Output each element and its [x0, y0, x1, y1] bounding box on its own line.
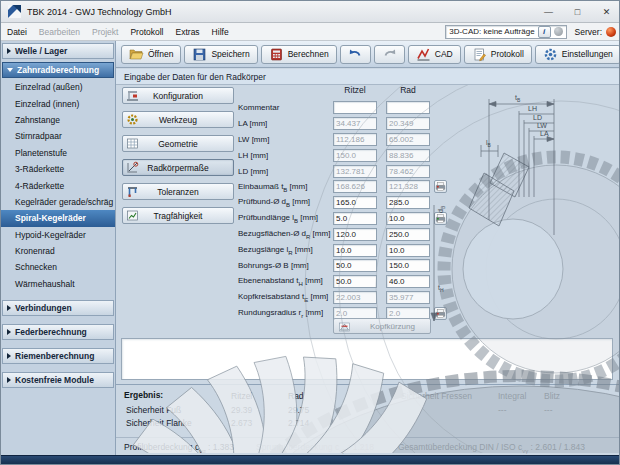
redo-icon [382, 47, 397, 62]
la-rad-input [386, 117, 430, 130]
bezugsflaechen-d-ritzel-input[interactable] [333, 228, 377, 241]
info-button[interactable]: i [538, 26, 551, 38]
protocol-icon [472, 47, 487, 62]
settings-button[interactable]: Einstellungen [535, 45, 620, 64]
protocol-button[interactable]: Protokoll [464, 45, 532, 64]
sidebar-item-zahnstange[interactable]: Zahnstange [1, 112, 115, 128]
title-bar: TBK 2014 - GWJ Technology GmbH — □ ✕ [1, 1, 620, 23]
sidebar-item-hypoid-kegelraeder[interactable]: Hypoid-Kegelräder [1, 227, 115, 243]
pruefbund-d-ritzel-input[interactable] [333, 196, 377, 209]
load-capacity-chart-icon [126, 209, 139, 224]
menu-item-hilfe[interactable]: Hilfe [206, 25, 235, 39]
results-column-blitz: Blitz [544, 391, 560, 401]
undo-button[interactable] [340, 45, 371, 64]
sidebar-item-einzelrad-innen[interactable]: Einzelrad (innen) [1, 95, 115, 111]
results-heading: Ergebnis: [124, 390, 163, 400]
chevron-collapsed-icon [7, 353, 11, 359]
form-row-lh: LH [mm] [238, 147, 568, 163]
ebenenabstand-rad-input[interactable] [386, 275, 430, 288]
sidebar-item-spiral-kegelraeder[interactable]: Spiral-Kegelräder [1, 210, 115, 226]
pruefbundlaenge-ritzel-input[interactable] [333, 212, 377, 225]
la-ritzel-input [333, 117, 377, 130]
result-label: Sicherheit Fuß [126, 405, 181, 415]
sidebar-group-zahnradberechnung[interactable]: Zahnradberechnung [2, 62, 114, 78]
measure-transfer-green-icon[interactable] [434, 212, 447, 225]
label-rundungsradius: Rundungsradius rr [mm] [238, 308, 333, 319]
nav-werkzeug-button[interactable]: Werkzeug [122, 111, 234, 128]
maximize-button[interactable]: □ [563, 1, 592, 23]
measure-transfer-red-icon[interactable] [434, 180, 447, 193]
form-row-ebenenabstand: Ebenenabstand tH [mm] [238, 274, 568, 290]
sidebar-item-einzelrad-aussen[interactable]: Einzelrad (außen) [1, 79, 115, 95]
menu-item-datei[interactable]: Datei [1, 25, 33, 39]
minimize-button[interactable]: — [534, 1, 563, 23]
bohrungs-d-ritzel-input[interactable] [333, 259, 377, 272]
lw-rad-input [386, 133, 430, 146]
sidebar-item-planetenstufe[interactable]: Planetenstufe [1, 145, 115, 161]
kopfkreisabstand-rad-input [386, 291, 430, 304]
bezugsflaechen-d-rad-input[interactable] [386, 228, 430, 241]
bezugslaenge-rad-input[interactable] [386, 244, 430, 257]
sidebar-group-riemenberechnung[interactable]: Riemenberechnung [2, 348, 114, 364]
ld-rad-input [386, 165, 430, 178]
window-title: TBK 2014 - GWJ Technology GmbH [27, 7, 171, 17]
sidebar-group-verbindungen[interactable]: Verbindungen [2, 300, 114, 316]
bezugslaenge-ritzel-input[interactable] [333, 244, 377, 257]
ebenenabstand-ritzel-input[interactable] [333, 275, 377, 288]
sidebar-item-stirnradpaar[interactable]: Stirnradpaar [1, 128, 115, 144]
tip-shortening-icon [338, 320, 351, 333]
kommentar-rad-input[interactable] [386, 101, 430, 114]
nav-konfiguration-button[interactable]: Konfiguration [122, 87, 234, 104]
form-row-bohrungs-d: Bohrungs-Ø B [mm] [238, 258, 568, 274]
kommentar-ritzel-input[interactable] [333, 101, 377, 114]
pruefbund-d-rad-input[interactable] [386, 196, 430, 209]
label-lw: LW [mm] [238, 135, 333, 144]
nav-tragfaehigkeit-button[interactable]: Tragfähigkeit [122, 207, 234, 224]
form-column-headers: Ritzel Rad [238, 85, 568, 100]
save-button[interactable]: Speichern [184, 45, 257, 64]
chevron-expanded-icon [7, 68, 13, 72]
calculator-icon [269, 47, 284, 62]
form-row-ld: LD [mm] [238, 163, 568, 179]
einbaumass-ritzel-input [333, 180, 377, 193]
results-panel: Ergebnis: RitzelRadSicherheit FressenInt… [116, 384, 620, 453]
geometry-grid-icon [126, 137, 139, 152]
calculate-button[interactable]: Berechnen [261, 45, 337, 64]
overlap-value: Profilüberdeckung cvα : 1.383 [124, 442, 234, 454]
menu-item-protokoll[interactable]: Protokoll [124, 25, 169, 39]
open-button[interactable]: Öffnen [121, 45, 181, 64]
menu-item-extras[interactable]: Extras [170, 25, 206, 39]
nav-toleranzen-button[interactable]: Toleranzen [122, 183, 234, 200]
redo-button [374, 45, 405, 64]
sidebar-item-kronenrad[interactable]: Kronenrad [1, 243, 115, 259]
sidebar-item-4-raederkette[interactable]: 4-Räderkette [1, 177, 115, 193]
nav-radkoerpermasse-button[interactable]: Radkörpermaße [122, 159, 234, 176]
form-row-einbaumass: Einbaumaß tB [mm] [238, 179, 568, 195]
close-button[interactable]: ✕ [592, 1, 620, 23]
server-label: Server: [575, 27, 602, 37]
input-content-area: KonfigurationWerkzeugGeometrieRadkörperm… [116, 85, 620, 384]
label-einbaumass: Einbaumaß tB [mm] [238, 182, 333, 193]
overlap-value: Gesamtüberdeckung DIN / ISO cvγ : 2.601 … [398, 442, 585, 454]
sidebar-group-welle-lager[interactable]: Welle / Lager [2, 43, 114, 59]
sidebar-item-schnecken[interactable]: Schnecken [1, 259, 115, 275]
results-column-rad: Rad [288, 391, 304, 401]
sidebar-group-kostenfreie-module[interactable]: Kostenfreie Module [2, 372, 114, 388]
bohrungs-d-rad-input[interactable] [386, 259, 430, 272]
sidebar-item-kegelraeder-gerade-schraeg[interactable]: Kegelräder gerade/schräg [1, 194, 115, 210]
pruefbundlaenge-rad-input[interactable] [386, 212, 430, 225]
cad-button[interactable]: CAD [408, 45, 461, 64]
tolerances-caliper-icon [126, 185, 139, 200]
sidebar-item-3-raederkette[interactable]: 3-Räderkette [1, 161, 115, 177]
einbaumass-rad-input [386, 180, 430, 193]
sidebar-item-waermehaushalt[interactable]: Wärmehaushalt [1, 276, 115, 292]
menu-item-bearbeiten: Bearbeiten [33, 25, 86, 39]
label-bezugslaenge: Bezugslänge lR [mm] [238, 245, 333, 256]
sidebar-group-federberechnung[interactable]: Federberechnung [2, 324, 114, 340]
undo-icon [348, 47, 363, 62]
nav-geometrie-button[interactable]: Geometrie [122, 135, 234, 152]
result-value: 2.714 [288, 418, 309, 428]
form-row-pruefbundlaenge: Prüfbundlänge lB [mm] [238, 211, 568, 227]
measure-transfer-red-icon[interactable] [434, 307, 447, 320]
form-row-kopfkreisabstand: Kopfkreisabstand tE [mm] [238, 290, 568, 306]
